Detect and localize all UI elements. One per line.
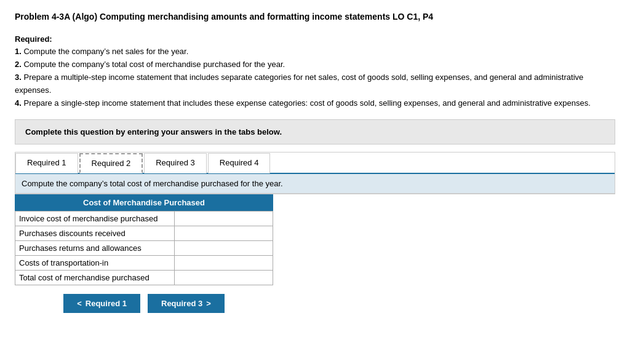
complete-box: Complete this question by entering your … [15,119,615,144]
item-1-text: Compute the company’s net sales for the … [23,47,188,56]
item-3: 3. Prepare a multiple-step income statem… [15,71,615,97]
tab-required-1[interactable]: Required 1 [15,153,78,173]
row-label-3: Costs of transportation-in [15,256,175,271]
row-label-4: Total cost of merchandise purchased [15,271,175,285]
row-label-1: Purchases discounts received [15,226,175,241]
row-label-2: Purchases returns and allowances [15,241,175,256]
prev-arrow: < [77,299,82,308]
tab-required-4[interactable]: Required 4 [208,153,271,173]
complete-box-text: Complete this question by entering your … [25,127,605,136]
item-1-num: 1. [15,47,22,56]
item-2: 2. Compute the company’s total cost of m… [15,58,615,71]
row-input-1[interactable] [175,226,273,241]
tabs-container: Required 1 Required 2 Required 3 Require… [15,152,615,194]
table-row: Purchases discounts received [15,226,273,241]
row-input-0[interactable] [175,212,273,226]
row-label-0: Invoice cost of merchandise purchased [15,212,175,226]
value-input-4[interactable] [178,273,269,282]
page-title: Problem 4-3A (Algo) Computing merchandis… [15,11,615,23]
nav-buttons: < Required 1 Required 3 > [15,294,273,313]
next-button[interactable]: Required 3 > [148,294,225,313]
prev-label: Required 1 [86,299,127,308]
item-3-num: 3. [15,73,22,82]
table-header: Cost of Merchandise Purchased [15,194,273,211]
table-row: Invoice cost of merchandise purchased [15,212,273,226]
table-row: Total cost of merchandise purchased [15,271,273,285]
value-input-1[interactable] [178,229,269,238]
item-4-text: Prepare a single-step income statement t… [23,98,590,108]
tab-required-3[interactable]: Required 3 [144,153,207,173]
next-arrow: > [206,299,211,308]
table-row: Purchases returns and allowances [15,241,273,256]
item-2-text: Compute the company’s total cost of merc… [23,60,285,69]
row-input-4[interactable] [175,271,273,285]
item-3-text: Prepare a multiple-step income statement… [15,73,583,95]
table-row: Costs of transportation-in [15,256,273,271]
tabs-row: Required 1 Required 2 Required 3 Require… [15,152,615,174]
value-input-2[interactable] [178,243,269,253]
row-input-2[interactable] [175,241,273,256]
tab-required-2[interactable]: Required 2 [79,153,143,173]
required-label: Required: [15,34,52,44]
required-section: Required: 1. Compute the company’s net s… [15,33,615,110]
item-2-num: 2. [15,60,22,69]
item-4: 4. Prepare a single-step income statemen… [15,97,615,110]
table-wrapper: Cost of Merchandise Purchased Invoice co… [15,194,273,313]
prev-button[interactable]: < Required 1 [63,294,140,313]
tab-content-area: Compute the company’s total cost of merc… [15,174,615,194]
item-1: 1. Compute the company’s net sales for t… [15,46,615,58]
next-label: Required 3 [161,299,202,308]
value-input-3[interactable] [178,258,269,267]
value-input-0[interactable] [178,214,269,223]
item-4-num: 4. [15,98,22,108]
merchandise-table: Invoice cost of merchandise purchasedPur… [15,211,273,285]
row-input-3[interactable] [175,256,273,271]
